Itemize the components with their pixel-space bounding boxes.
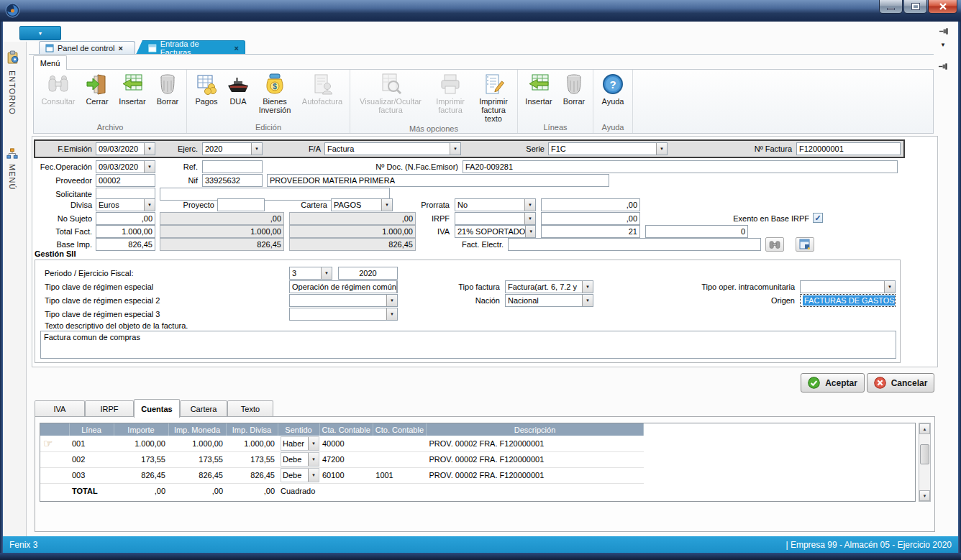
- clipboard-gear-icon[interactable]: [6, 50, 19, 64]
- lineas-borrar-button[interactable]: Borrar: [557, 70, 591, 106]
- ribbon-menu-tab[interactable]: Menú: [33, 55, 67, 70]
- tab-list-dropdown-icon[interactable]: ▼: [940, 42, 946, 48]
- tipo-oper-combo[interactable]: ▼: [800, 280, 896, 293]
- ver-documento-button[interactable]: [796, 237, 814, 252]
- borrar-button[interactable]: Borrar: [151, 70, 184, 106]
- tab-close-icon[interactable]: ×: [234, 44, 239, 52]
- exento-irpf-checkbox[interactable]: ✓: [813, 213, 823, 223]
- cartera-combo[interactable]: PAGOS▼: [331, 198, 393, 211]
- bienes-inversion-button[interactable]: $ Bienes Inversión: [252, 70, 297, 114]
- chevron-down-icon[interactable]: ▼: [656, 143, 667, 155]
- chevron-down-icon[interactable]: ▼: [582, 295, 593, 306]
- pin-icon[interactable]: [939, 27, 949, 36]
- autofactura-button[interactable]: Autofactura: [297, 70, 347, 106]
- proyecto-input[interactable]: [217, 198, 265, 211]
- sitemap-icon[interactable]: [6, 147, 18, 160]
- tipo-factura-combo[interactable]: Factura(art. 6, 7.2 y▼: [505, 280, 593, 293]
- sentido-combo[interactable]: Debe▼: [281, 468, 319, 482]
- maximize-button[interactable]: [903, 0, 927, 14]
- minimize-button[interactable]: [879, 0, 903, 14]
- prorrata-amount-input[interactable]: ,00: [541, 198, 640, 211]
- close-button[interactable]: [928, 0, 957, 14]
- chevron-down-icon[interactable]: ▼: [251, 143, 262, 155]
- chevron-down-icon[interactable]: ▼: [525, 226, 536, 237]
- chevron-down-icon[interactable]: ▼: [884, 281, 895, 293]
- n-doc-input[interactable]: FA20-009281: [463, 160, 898, 173]
- tab-cartera[interactable]: Cartera: [180, 400, 227, 417]
- serie-combo[interactable]: F1C▼: [548, 142, 668, 155]
- sentido-combo[interactable]: Debe▼: [281, 452, 319, 467]
- pagos-button[interactable]: Pagos: [189, 70, 224, 106]
- app-menu-button[interactable]: ▼: [19, 26, 61, 40]
- table-row[interactable]: ☞ 001 1.000,00 1.000,00 1.000,00 Haber▼ …: [40, 436, 644, 451]
- n-factura-input[interactable]: F120000001: [796, 142, 901, 155]
- ejercicio-fiscal-input[interactable]: 2020: [338, 267, 398, 280]
- lineas-insertar-button[interactable]: Insertar: [520, 70, 557, 106]
- chevron-down-icon[interactable]: ▼: [321, 267, 332, 279]
- prorrata-combo[interactable]: No▼: [455, 198, 536, 211]
- visualizar-ocultar-factura-button[interactable]: Visualizar/Ocultar factura: [352, 70, 429, 114]
- chevron-down-icon[interactable]: ▼: [308, 453, 319, 466]
- consultar-button[interactable]: Consultar: [36, 70, 81, 106]
- total-fact-input-1[interactable]: 1.000,00: [96, 225, 155, 238]
- chevron-down-icon[interactable]: ▼: [144, 143, 155, 155]
- scroll-thumb[interactable]: [920, 444, 929, 464]
- regimen3-combo[interactable]: ▼: [289, 308, 398, 321]
- chevron-down-icon[interactable]: ▼: [524, 199, 535, 211]
- tab-irpf[interactable]: IRPF: [85, 400, 134, 417]
- fact-electr-input[interactable]: [508, 238, 761, 251]
- fec-operacion-combo[interactable]: 09/03/2020▼: [96, 160, 155, 173]
- nacion-combo[interactable]: Nacional▼: [505, 294, 593, 307]
- tab-texto[interactable]: Texto: [227, 400, 273, 417]
- scroll-up-button[interactable]: ▲: [919, 423, 930, 434]
- tab-iva[interactable]: IVA: [35, 400, 85, 417]
- irpf-amount-input[interactable]: ,00: [541, 212, 640, 225]
- ribbon-pin-icon[interactable]: [938, 62, 949, 71]
- chevron-down-icon[interactable]: ▼: [308, 469, 319, 482]
- fa-combo[interactable]: Factura▼: [324, 142, 461, 155]
- chevron-down-icon[interactable]: ▼: [308, 437, 319, 450]
- chevron-down-icon[interactable]: ▼: [381, 199, 392, 211]
- nif-input[interactable]: 33925632: [202, 174, 263, 187]
- sentido-combo[interactable]: Haber▼: [281, 436, 319, 451]
- proveedor-input[interactable]: 00002: [96, 174, 155, 187]
- imprimir-factura-texto-button[interactable]: Imprimir factura texto: [472, 70, 515, 123]
- iva-combo[interactable]: 21% SOPORTADO▼: [455, 225, 536, 238]
- chevron-down-icon[interactable]: ▼: [582, 281, 593, 293]
- table-scrollbar[interactable]: ▲ ▼: [919, 423, 931, 502]
- periodo-combo[interactable]: 3▼: [289, 267, 332, 280]
- cancelar-button[interactable]: Cancelar: [867, 373, 934, 393]
- table-row[interactable]: 002 173,55 173,55 173,55 Debe▼ 47200 PRO…: [40, 451, 644, 467]
- buscar-fichero-button[interactable]: [765, 237, 784, 252]
- chevron-down-icon[interactable]: ▼: [396, 281, 398, 293]
- no-sujeto-input-1[interactable]: ,00: [96, 212, 155, 225]
- tab-close-icon[interactable]: ×: [119, 44, 123, 52]
- ejerc-combo[interactable]: 2020▼: [202, 142, 263, 155]
- insertar-button[interactable]: Insertar: [114, 70, 151, 106]
- iva-pct-input[interactable]: 21: [541, 225, 640, 238]
- irpf-combo[interactable]: ▼: [455, 212, 536, 225]
- iva-extra-input[interactable]: 0: [645, 225, 748, 238]
- tab-panel-de-control[interactable]: Panel de control ×: [39, 41, 135, 55]
- origen-combo[interactable]: FACTURAS DE GASTOS▼: [800, 294, 896, 307]
- chevron-down-icon[interactable]: ▼: [450, 143, 460, 155]
- texto-descriptivo-textarea[interactable]: Factura comun de compras: [40, 331, 896, 359]
- chevron-down-icon[interactable]: ▼: [386, 308, 397, 320]
- chevron-down-icon[interactable]: ▼: [144, 199, 155, 211]
- proveedor-nombre-input[interactable]: PROVEEDOR MATERIA PRIMERA: [267, 174, 609, 187]
- menu-tab-vertical[interactable]: MENÚ: [8, 164, 17, 190]
- tab-entrada-de-facturas[interactable]: Entrada de Facturas ×: [136, 40, 245, 55]
- scroll-down-button[interactable]: ▼: [919, 490, 930, 501]
- cerrar-button[interactable]: Cerrar: [81, 70, 114, 106]
- aceptar-button[interactable]: Aceptar: [801, 373, 865, 393]
- regimen1-combo[interactable]: Operación de régimen común▼: [289, 280, 398, 293]
- imprimir-factura-button[interactable]: Imprimir factura: [429, 70, 472, 114]
- ref-input[interactable]: [202, 160, 263, 173]
- entorno-tab[interactable]: ENTORNO: [8, 70, 17, 115]
- ayuda-button[interactable]: ? Ayuda: [596, 70, 630, 106]
- f-emision-combo[interactable]: 09/03/2020▼: [96, 142, 155, 155]
- regimen2-combo[interactable]: ▼: [289, 294, 398, 307]
- chevron-down-icon[interactable]: ▼: [144, 161, 155, 173]
- chevron-down-icon[interactable]: ▼: [524, 213, 535, 224]
- table-row[interactable]: 003 826,45 826,45 826,45 Debe▼ 60100 100…: [40, 467, 644, 483]
